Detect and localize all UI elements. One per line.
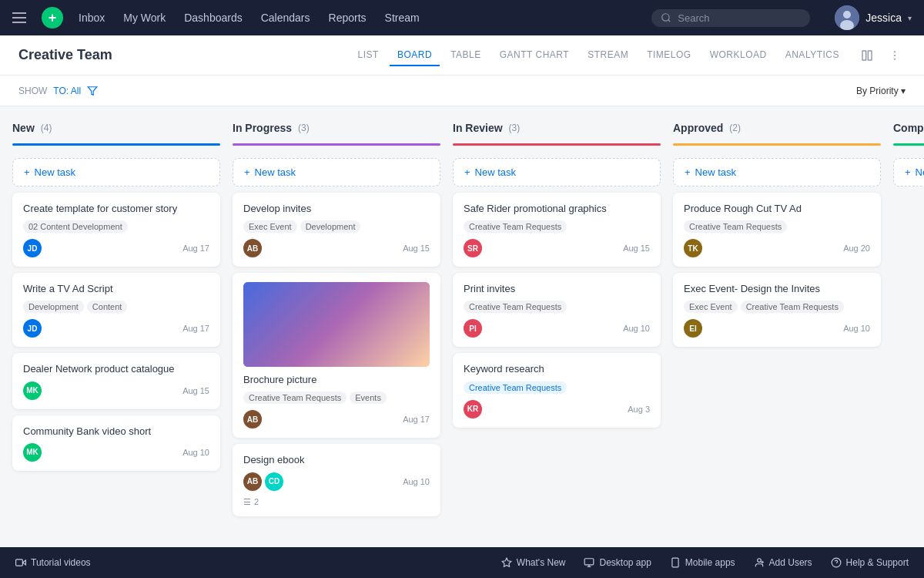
new-task-new-column[interactable]: + New task	[12, 158, 220, 187]
card-tags: Exec Event Development	[243, 220, 430, 233]
new-task-label: New task	[475, 166, 516, 178]
new-task-completed-column[interactable]: + New ta...	[893, 158, 924, 187]
nav-stream[interactable]: Stream	[385, 12, 420, 24]
tab-board[interactable]: BOARD	[390, 45, 440, 66]
help-support-label: Help & Support	[846, 557, 909, 568]
hamburger-menu[interactable]	[12, 12, 26, 23]
card-footer: JD Aug 17	[23, 319, 209, 338]
tab-timelog[interactable]: TIMELOG	[639, 45, 699, 66]
nav-inbox[interactable]: Inbox	[79, 12, 105, 24]
new-task-approved-column[interactable]: + New task	[673, 158, 881, 187]
mobile-apps-link[interactable]: Mobile apps	[670, 557, 735, 568]
tag: Exec Event	[243, 220, 297, 233]
card-avatars: AB CD	[243, 472, 283, 491]
card-footer: EI Aug 10	[684, 319, 870, 338]
star-icon	[501, 557, 512, 568]
avatar: MK	[23, 443, 42, 462]
avatar: JD	[23, 319, 42, 338]
svg-rect-11	[16, 560, 23, 566]
card-date: Aug 17	[182, 244, 209, 253]
column-new: New (4) + New task Create template for c…	[12, 122, 220, 532]
card-image-inner	[243, 282, 430, 367]
more-options-icon[interactable]	[884, 45, 906, 66]
columns-icon[interactable]	[856, 45, 878, 66]
table-row[interactable]: Exec Event- Design the Invites Exec Even…	[673, 273, 881, 347]
nav-items: Inbox My Work Dashboards Calendars Repor…	[79, 12, 420, 24]
nav-dashboards[interactable]: Dashboards	[184, 12, 243, 24]
search-bar[interactable]	[651, 9, 810, 27]
svg-rect-13	[585, 559, 594, 565]
card-title: Brochure picture	[243, 373, 430, 387]
tab-gantt[interactable]: GANTT CHART	[492, 45, 577, 66]
new-task-inprogress-column[interactable]: + New task	[233, 158, 440, 187]
column-completed-header: Completed	[893, 122, 924, 134]
table-row[interactable]: Design ebook AB CD Aug 10 ☰ 2	[233, 444, 440, 516]
card-title: Keyword research	[464, 362, 650, 376]
svg-rect-5	[868, 51, 872, 60]
tutorial-videos-link[interactable]: Tutorial videos	[15, 557, 91, 568]
tab-table[interactable]: TABLE	[443, 45, 489, 66]
tab-workload[interactable]: WORKLOAD	[702, 45, 775, 66]
nav-reports[interactable]: Reports	[329, 12, 367, 24]
add-users-link[interactable]: Add Users	[754, 557, 812, 568]
mobile-apps-label: Mobile apps	[685, 557, 735, 568]
tab-stream[interactable]: STREAM	[580, 45, 636, 66]
tag: Creative Team Requests	[684, 220, 787, 233]
column-new-title: New	[12, 122, 35, 134]
help-support-link[interactable]: Help & Support	[831, 557, 909, 568]
chevron-down-icon: ▾	[908, 14, 912, 22]
column-inreview-count: (3)	[509, 123, 521, 133]
card-tags: Creative Team Requests	[464, 381, 650, 394]
table-row[interactable]: Dealer Network product catalogue MK Aug …	[12, 353, 220, 408]
table-row[interactable]: Community Bank video short MK Aug 10	[12, 415, 220, 471]
table-row[interactable]: Safe Rider promotional graphics Creative…	[453, 193, 661, 267]
column-approved-bar	[673, 143, 881, 146]
card-tags: Creative Team Requests Events	[243, 391, 430, 404]
user-menu[interactable]: Jessica ▾	[835, 5, 912, 30]
nav-calendars[interactable]: Calendars	[261, 12, 310, 24]
avatar: AB	[243, 472, 262, 491]
tab-analytics[interactable]: ANALYTICS	[778, 45, 847, 66]
table-row[interactable]: Develop invites Exec Event Development A…	[233, 193, 440, 267]
page-header: Creative Team LIST BOARD TABLE GANTT CHA…	[0, 35, 924, 76]
monitor-icon	[584, 557, 594, 568]
table-row[interactable]: Brochure picture Creative Team Requests …	[233, 273, 440, 438]
nav-mywork[interactable]: My Work	[123, 12, 166, 24]
tag: Exec Event	[684, 301, 738, 313]
table-row[interactable]: Keyword research Creative Team Requests …	[453, 353, 661, 427]
whats-new-link[interactable]: What's New	[501, 557, 566, 568]
desktop-app-link[interactable]: Desktop app	[584, 557, 651, 568]
card-footer: TK Aug 20	[684, 239, 870, 257]
to-all-filter[interactable]: TO: All	[53, 86, 81, 96]
card-date: Aug 17	[182, 324, 209, 333]
column-inprogress-header: In Progress (3)	[233, 122, 440, 134]
table-row[interactable]: Create template for customer story 02 Co…	[12, 193, 220, 267]
add-user-icon	[754, 557, 765, 568]
plus-icon: +	[244, 166, 250, 178]
by-priority-button[interactable]: By Priority ▾	[856, 86, 906, 96]
table-row[interactable]: Write a TV Ad Script Development Content…	[12, 273, 220, 347]
priority-sort[interactable]: By Priority ▾	[856, 86, 906, 96]
tab-list[interactable]: LIST	[350, 45, 387, 66]
filter-icon[interactable]	[87, 86, 98, 96]
card-title: Safe Rider promotional graphics	[464, 202, 650, 216]
table-row[interactable]: Produce Rough Cut TV Ad Creative Team Re…	[673, 193, 881, 267]
column-inreview: In Review (3) + New task Safe Rider prom…	[453, 122, 661, 532]
tag: Creative Team Requests	[464, 220, 567, 233]
table-row[interactable]: Print invites Creative Team Requests PI …	[453, 273, 661, 347]
card-footer: AB CD Aug 10	[243, 472, 430, 491]
column-inprogress-title: In Progress	[233, 122, 292, 134]
new-item-button[interactable]: +	[42, 7, 63, 29]
bottom-bar: Tutorial videos What's New Desktop app M…	[0, 547, 924, 578]
column-new-header: New (4)	[12, 122, 220, 134]
svg-point-8	[894, 58, 896, 59]
card-tags: Exec Event Creative Team Requests	[684, 301, 870, 313]
avatar: EI	[684, 319, 702, 338]
column-inprogress-count: (3)	[298, 123, 310, 133]
phone-icon	[670, 557, 681, 568]
new-task-inreview-column[interactable]: + New task	[453, 158, 661, 187]
search-input[interactable]	[678, 12, 801, 24]
card-tags: 02 Content Development	[23, 220, 209, 233]
column-inprogress-bar	[233, 143, 440, 146]
add-users-label: Add Users	[769, 557, 812, 568]
